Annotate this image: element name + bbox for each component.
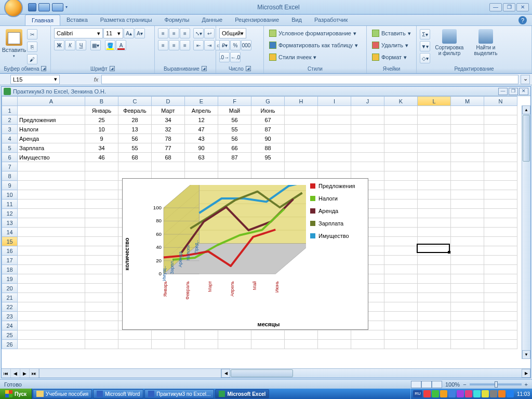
cell[interactable]	[484, 274, 517, 284]
cell[interactable]	[418, 171, 451, 181]
taskbar-item[interactable]: Практикум3 по Excel...	[144, 389, 214, 398]
column-header[interactable]: A	[18, 97, 85, 106]
cell[interactable]	[451, 200, 484, 209]
zoom-slider-handle[interactable]	[495, 381, 498, 388]
cell[interactable]	[85, 171, 118, 181]
cell[interactable]	[484, 284, 517, 293]
cell[interactable]	[418, 115, 451, 125]
row-header[interactable]: 22	[2, 302, 18, 312]
cell[interactable]	[118, 340, 152, 349]
tab-nav-next-icon[interactable]: ▶	[20, 369, 30, 378]
cell[interactable]	[318, 115, 351, 125]
cell[interactable]	[384, 134, 418, 143]
child-minimize-button[interactable]: —	[498, 88, 508, 95]
cell[interactable]	[484, 125, 517, 134]
page-layout-view-icon[interactable]	[421, 381, 432, 388]
cell[interactable]	[451, 293, 484, 302]
cell[interactable]	[451, 209, 484, 218]
cell[interactable]	[351, 143, 384, 153]
cell[interactable]	[152, 162, 185, 171]
cell[interactable]	[484, 265, 517, 274]
cell[interactable]	[451, 125, 484, 134]
row-header[interactable]: 8	[2, 171, 18, 181]
row-header[interactable]: 17	[2, 256, 18, 265]
cell[interactable]: 78	[152, 134, 185, 143]
cell[interactable]	[85, 274, 118, 284]
cell[interactable]	[18, 274, 85, 284]
cell[interactable]	[384, 218, 418, 228]
cell[interactable]	[484, 171, 517, 181]
cell[interactable]	[18, 209, 85, 218]
cell[interactable]	[451, 218, 484, 228]
cell[interactable]	[152, 340, 185, 349]
cell[interactable]	[484, 321, 517, 330]
cell[interactable]	[318, 106, 351, 115]
cell[interactable]	[384, 265, 418, 274]
cell[interactable]: Предложения	[18, 115, 85, 125]
fill-color-icon[interactable]: 🪣	[105, 40, 115, 50]
cell[interactable]: 87	[218, 153, 251, 162]
cell[interactable]	[384, 171, 418, 181]
cell[interactable]	[18, 340, 85, 349]
orientation-icon[interactable]: ⤡▾	[193, 28, 204, 38]
cell[interactable]	[484, 209, 517, 218]
underline-icon[interactable]: Ч	[76, 40, 86, 50]
cell[interactable]	[484, 106, 517, 115]
taskbar-item[interactable]: Microsoft Word	[93, 389, 143, 398]
cell-styles-button[interactable]: Стили ячеек ▾	[267, 52, 318, 62]
cell[interactable]	[185, 330, 218, 340]
paste-button[interactable]: Вставить ▾	[3, 28, 25, 59]
cell[interactable]: 56	[118, 134, 152, 143]
cell[interactable]	[85, 190, 118, 200]
taskbar-item[interactable]: Microsoft Excel	[215, 389, 269, 398]
cell[interactable]	[251, 330, 285, 340]
cell[interactable]	[418, 181, 451, 190]
cell[interactable]	[451, 274, 484, 284]
cell[interactable]	[451, 171, 484, 181]
align-middle-icon[interactable]: ≡	[169, 28, 179, 38]
cell[interactable]	[218, 340, 251, 349]
row-header[interactable]: 4	[2, 134, 18, 143]
fill-icon[interactable]: ▼▾	[420, 41, 430, 51]
cell[interactable]	[418, 302, 451, 312]
cell[interactable]	[384, 237, 418, 246]
cell[interactable]	[18, 200, 85, 209]
row-header[interactable]: 20	[2, 284, 18, 293]
worksheet[interactable]: ABCDEFGHIJKLMN1ЯнварьФевральМартАпрельМа…	[2, 96, 530, 368]
row-header[interactable]: 13	[2, 218, 18, 228]
cell[interactable]	[384, 106, 418, 115]
percent-format-icon[interactable]: %	[230, 40, 241, 50]
cell[interactable]	[18, 162, 85, 171]
tray-icon[interactable]	[440, 390, 447, 397]
row-header[interactable]: 19	[2, 274, 18, 284]
cell[interactable]	[384, 209, 418, 218]
column-header[interactable]: F	[218, 97, 251, 106]
column-header[interactable]: L	[418, 97, 451, 106]
cell[interactable]	[384, 312, 418, 321]
tab-nav-prev-icon[interactable]: ◀	[11, 369, 20, 378]
tab-view[interactable]: Вид	[285, 15, 308, 25]
cell[interactable]	[18, 181, 85, 190]
tray-icon[interactable]	[457, 390, 464, 397]
cell[interactable]	[418, 209, 451, 218]
cell[interactable]	[285, 330, 318, 340]
cell[interactable]	[451, 265, 484, 274]
cell[interactable]	[418, 321, 451, 330]
cell[interactable]	[418, 106, 451, 115]
row-header[interactable]: 24	[2, 321, 18, 330]
cell[interactable]: 55	[218, 125, 251, 134]
save-icon[interactable]	[28, 3, 36, 11]
cell[interactable]	[451, 228, 484, 237]
cell[interactable]	[484, 190, 517, 200]
cell[interactable]: Май	[218, 106, 251, 115]
cell[interactable]: 10	[85, 125, 118, 134]
row-header[interactable]: 7	[2, 162, 18, 171]
start-button[interactable]: Пуск	[0, 389, 32, 399]
cell[interactable]	[484, 115, 517, 125]
cell[interactable]	[351, 330, 384, 340]
cell[interactable]	[18, 171, 85, 181]
cell[interactable]	[85, 321, 118, 330]
cell[interactable]	[18, 265, 85, 274]
row-header[interactable]: 10	[2, 190, 18, 200]
tab-nav-last-icon[interactable]: ⏭	[30, 369, 39, 378]
